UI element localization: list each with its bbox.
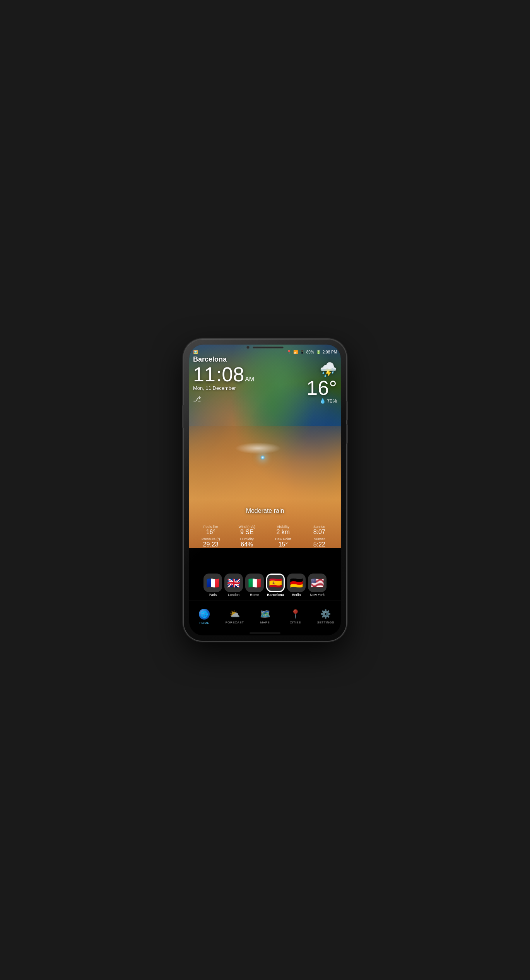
sunrise-cell: Sunrise 8:07 [302, 525, 337, 536]
city-label-paris: Paris [209, 593, 217, 597]
flag-new-york: 🇺🇸 [308, 574, 327, 592]
flag-paris: 🇫🇷 [203, 574, 222, 592]
city-label-barcelona: Barcelona [267, 593, 284, 597]
nav-icon-home: 🌐 [199, 609, 210, 620]
status-right: 📍 📶 📱 89% 🔋 2:08 PM [287, 350, 337, 354]
feels-like-cell: Feels like 16° [193, 525, 229, 536]
phone-device: 🖼️ 📍 📶 📱 89% 🔋 2:08 PM Barcelona 11 :08 … [184, 339, 346, 641]
bottom-navigation: 🌐HOME⛅FORECAST🗺️MAPS📍CITIES⚙️SETTINGS [189, 601, 341, 635]
status-bar: 🖼️ 📍 📶 📱 89% 🔋 2:08 PM [193, 350, 337, 354]
top-hardware-bar [189, 345, 341, 350]
city-label-berlin: Berlin [292, 593, 301, 597]
temperature-display: 16° [306, 378, 337, 398]
location-status-icon: 📍 [287, 350, 291, 354]
nav-item-settings[interactable]: ⚙️SETTINGS [311, 609, 341, 624]
city-label-rome: Rome [250, 593, 259, 597]
nav-label-forecast: FORECAST [226, 621, 244, 624]
image-icon: 🖼️ [193, 350, 198, 354]
nav-label-maps: MAPS [260, 621, 270, 624]
city-item-berlin[interactable]: 🇩🇪Berlin [287, 574, 306, 597]
time-minutes: :08 [216, 364, 244, 384]
nav-item-home[interactable]: 🌐HOME [189, 609, 219, 625]
humidity-cell: Humidity 64% [229, 537, 265, 548]
nav-icon-settings: ⚙️ [320, 609, 331, 619]
visibility-label: Visibility [265, 525, 301, 529]
wind-value: 9 SE [229, 529, 265, 536]
feels-like-value: 16° [193, 529, 229, 536]
nav-label-home: HOME [199, 621, 209, 625]
city-label-new-york: New York [310, 593, 325, 597]
humidity-label: Humidity [229, 537, 265, 541]
sunset-label: Sunset [302, 537, 337, 541]
city-label-london: London [228, 593, 239, 597]
location-marker [260, 455, 265, 460]
status-time: 2:08 PM [323, 350, 337, 354]
volume-down-button[interactable] [346, 424, 348, 444]
humidity-val: 64% [229, 541, 265, 548]
nav-label-cities: CITIES [290, 621, 301, 624]
sunset-value: 5:22 [302, 541, 337, 548]
feels-like-label: Feels like [193, 525, 229, 529]
nav-icon-maps: 🗺️ [260, 609, 270, 619]
droplet-icon: 💧 [320, 398, 326, 404]
status-left: 🖼️ [193, 350, 198, 354]
sunset-cell: Sunset 5:22 [302, 537, 337, 548]
wifi-status-icon: 📶 [293, 350, 298, 354]
nav-item-forecast[interactable]: ⛅FORECAST [219, 609, 250, 624]
dew-point-value: 15° [265, 541, 301, 548]
weather-condition: Moderate rain [189, 507, 341, 514]
volume-up-button[interactable] [346, 401, 348, 420]
pressure-cell: Pressure (") 29.23 [193, 537, 229, 548]
flag-rome: 🇮🇹 [245, 574, 264, 592]
flag-berlin: 🇩🇪 [287, 574, 306, 592]
city-item-barcelona[interactable]: 🇪🇸Barcelona [266, 574, 285, 597]
battery-icon: 🔋 [316, 350, 321, 354]
humidity-value: 70% [327, 398, 337, 404]
visibility-value: 2 km [265, 529, 301, 536]
pressure-value: 29.23 [193, 541, 229, 548]
signal-status-icon: 📱 [300, 350, 304, 354]
weather-right-panel: ⛈️ 16° 💧 70% [306, 362, 337, 404]
dew-point-cell: Dew Point 15° [265, 537, 301, 548]
city-item-rome[interactable]: 🇮🇹Rome [245, 574, 264, 597]
nav-item-cities[interactable]: 📍CITIES [280, 609, 310, 624]
front-camera [246, 346, 250, 349]
city-item-paris[interactable]: 🇫🇷Paris [203, 574, 222, 597]
cities-flags-row: 🇫🇷Paris🇬🇧London🇮🇹Rome🇪🇸Barcelona🇩🇪Berlin… [189, 574, 341, 597]
sunrise-value: 8:07 [302, 529, 337, 536]
details-grid: Feels like 16° Wind (m/s) 9 SE Visibilit… [193, 525, 337, 548]
sunrise-label: Sunrise [302, 525, 337, 529]
wind-cell: Wind (m/s) 9 SE [229, 525, 265, 536]
city-item-london[interactable]: 🇬🇧London [224, 574, 243, 597]
weather-cloud-icon: ⛈️ [306, 362, 337, 378]
nav-label-settings: SETTINGS [317, 621, 334, 624]
flag-barcelona: 🇪🇸 [266, 574, 285, 592]
snow-highlight [235, 442, 281, 454]
speaker [253, 347, 284, 348]
nav-icon-cities: 📍 [290, 609, 301, 619]
time-ampm: AM [245, 376, 254, 383]
dew-point-label: Dew Point [265, 537, 301, 541]
power-button[interactable] [182, 405, 184, 428]
visibility-cell: Visibility 2 km [265, 525, 301, 536]
nav-item-maps[interactable]: 🗺️MAPS [250, 609, 280, 624]
nav-icon-forecast: ⛅ [229, 609, 240, 619]
battery-percentage: 89% [306, 350, 314, 354]
wind-label: Wind (m/s) [229, 525, 265, 529]
pressure-label: Pressure (") [193, 537, 229, 541]
city-item-new-york[interactable]: 🇺🇸New York [308, 574, 327, 597]
time-hours: 11 [193, 364, 215, 384]
phone-screen: 🖼️ 📍 📶 📱 89% 🔋 2:08 PM Barcelona 11 :08 … [189, 345, 341, 635]
weather-details-grid: Feels like 16° Wind (m/s) 9 SE Visibilit… [189, 525, 341, 548]
flag-london: 🇬🇧 [224, 574, 243, 592]
